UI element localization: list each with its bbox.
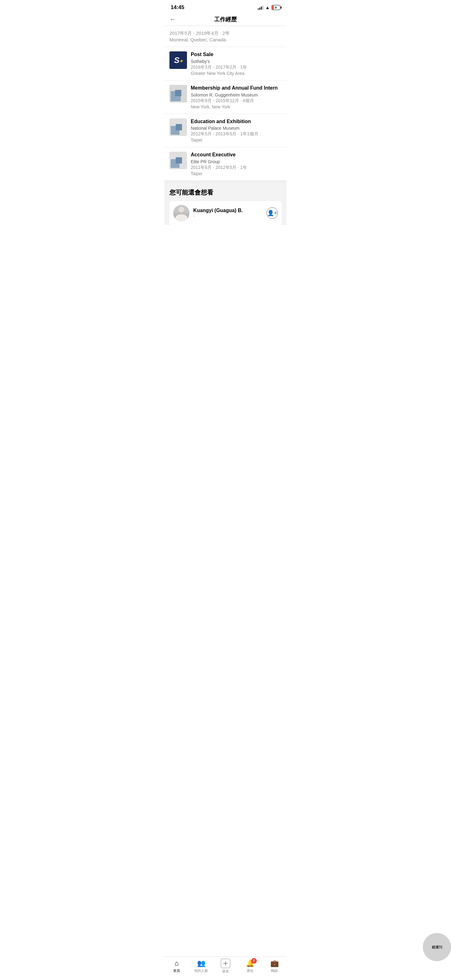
work-location: New York, New York	[191, 104, 281, 109]
status-icons: ▲ 6	[258, 5, 280, 10]
work-info-post-sale: Post Sale Sotheby's 2016年3月 - 2017年2月 · …	[191, 51, 281, 76]
work-title: Membership and Annual Fund Intern	[191, 85, 281, 91]
suggestions-title: 您可能還會想看	[170, 188, 281, 197]
page-title: 工作經歷	[214, 16, 237, 23]
work-section: S✦ Post Sale Sotheby's 2016年3月 - 2017年2月…	[164, 47, 287, 181]
work-company: National Palace Museum	[191, 126, 281, 130]
work-info-education: Education and Exhibition National Palace…	[191, 118, 281, 143]
add-person-icon: 👤+	[267, 210, 278, 216]
suggestion-info: Kuangyi (Guagua) B. -	[193, 208, 263, 218]
guggenheim-logo	[170, 85, 187, 102]
work-company: Sotheby's	[191, 59, 281, 64]
nav-bar: ← 工作經歷	[164, 13, 287, 26]
work-info-account-exec: Account Executive Elite PR Group 2011年6月…	[191, 152, 281, 176]
top-entry-location: Montreal, Quebec, Canada	[170, 37, 281, 42]
sotheby-logo: S✦	[170, 51, 187, 69]
work-company: Solomon R. Guggenheim Museum	[191, 92, 281, 97]
elite-pr-logo	[170, 152, 187, 169]
top-entry: 2017年5月 - 2019年4月 · 2年 Montreal, Quebec,…	[164, 26, 287, 47]
work-item-account-exec[interactable]: Account Executive Elite PR Group 2011年6月…	[164, 147, 287, 181]
work-location: Taipei	[191, 138, 281, 143]
work-item-post-sale[interactable]: S✦ Post Sale Sotheby's 2016年3月 - 2017年2月…	[164, 47, 287, 81]
suggestion-subtitle: -	[193, 213, 263, 218]
signal-icon	[258, 5, 264, 10]
suggestion-item-kuangyi[interactable]: Kuangyi (Guagua) B. - 👤+	[170, 201, 281, 225]
work-info-membership: Membership and Annual Fund Intern Solomo…	[191, 85, 281, 109]
work-company: Elite PR Group	[191, 159, 281, 164]
work-item-membership[interactable]: Membership and Annual Fund Intern Solomo…	[164, 81, 287, 114]
work-location: Greater New York City Area	[191, 71, 281, 76]
work-title: Account Executive	[191, 152, 281, 158]
suggestion-name: Kuangyi (Guagua) B.	[193, 208, 263, 213]
status-bar: 14:45 ▲ 6	[164, 0, 287, 13]
wifi-icon: ▲	[265, 5, 270, 10]
section-divider	[164, 181, 287, 183]
work-date: 2016年3月 - 2017年2月 · 1年	[191, 65, 281, 70]
work-date: 2011年6月 - 2012年5月 · 1年	[191, 165, 281, 170]
national-palace-logo	[170, 118, 187, 136]
work-location: Taipei	[191, 171, 281, 176]
add-connection-button[interactable]: 👤+	[267, 207, 278, 219]
work-title: Post Sale	[191, 51, 281, 58]
work-date: 2015年9月 - 2015年12月 · 4個月	[191, 98, 281, 104]
suggestions-section: 您可能還會想看 Kuangyi (Guagua) B. - 👤+	[164, 183, 287, 225]
avatar	[173, 205, 189, 221]
work-date: 2012年5月 - 2013年5月 · 1年1個月	[191, 131, 281, 137]
battery-icon: 6	[272, 5, 280, 10]
status-time: 14:45	[171, 5, 184, 11]
work-item-education[interactable]: Education and Exhibition National Palace…	[164, 114, 287, 148]
top-entry-date: 2017年5月 - 2019年4月 · 2年	[170, 30, 281, 37]
back-button[interactable]: ←	[170, 15, 176, 24]
work-title: Education and Exhibition	[191, 118, 281, 125]
